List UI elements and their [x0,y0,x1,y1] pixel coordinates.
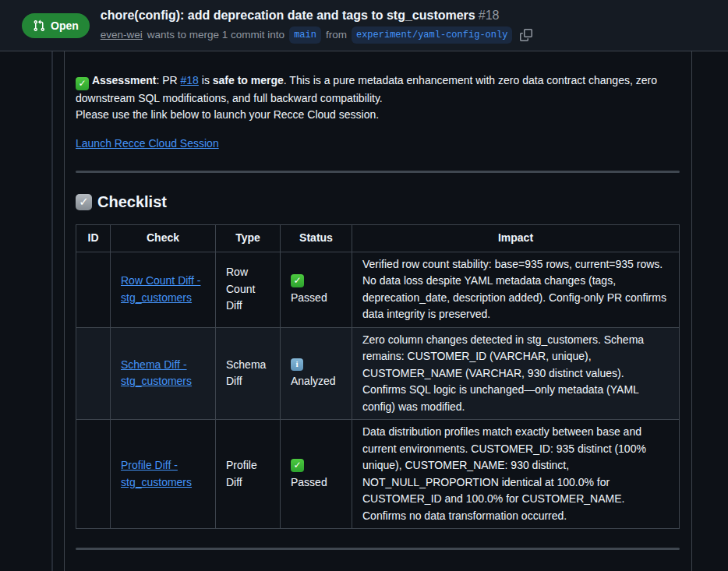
author-link[interactable]: even-wei [101,28,143,42]
divider [76,171,680,173]
safe-to-merge-bold: safe to merge [213,74,284,86]
base-branch-label[interactable]: main [289,26,321,44]
pr-number: #18 [479,9,500,22]
assessment-line2: Please use the link below to launch your… [76,108,379,121]
column-header-status: Status [281,225,352,252]
launch-recce-cloud-link[interactable]: Launch Recce Cloud Session [76,137,219,150]
check-mark-emoji-icon [76,77,89,90]
launch-link-paragraph: Launch Recce Cloud Session [76,136,680,152]
comment-body: Assessment: PR #18 is safe to merge. Thi… [65,52,691,571]
head-branch-label[interactable]: experiment/yaml-config-only [352,26,512,44]
divider [76,548,680,550]
id-cell [76,420,111,529]
id-cell [76,327,111,420]
checklist-heading-text: Checklist [97,192,167,212]
type-cell: Row Count Diff [216,252,281,327]
pr-title-text: chore(config): add deprecation date and … [101,9,475,22]
pr-state-label: Open [51,19,79,32]
assessment-text: is [199,74,213,86]
bot-comment-box: Assessment: PR #18 is safe to merge. Thi… [64,0,692,571]
impact-cell: Data distribution profiles match exactly… [352,420,680,529]
info-emoji-icon [291,358,303,371]
type-cell: Profile Diff [216,420,281,529]
assessment-label: Assessment [92,74,157,86]
assessment-paragraph: Assessment: PR #18 is safe to merge. Thi… [76,72,680,123]
pr-state-badge: Open [22,13,90,38]
type-cell: Schema Diff [216,327,281,420]
status-label: Passed [291,474,341,492]
table-row: Row Count Diff - stg_customers Row Count… [76,252,680,327]
pr-title: chore(config): add deprecation date and … [101,8,533,23]
assessment-text: : PR [156,74,180,86]
ballot-check-emoji-icon [76,194,92,210]
row-count-diff-link[interactable]: Row Count Diff - stg_customers [121,274,200,304]
status-cell: Passed [281,252,352,327]
check-emoji-icon [291,274,304,287]
impact-cell: Verified row count stability: base=935 r… [352,252,680,327]
timeline-line [51,51,53,571]
status-cell: Analyzed [281,327,352,420]
table-row: Schema Diff - stg_customers Schema Diff … [76,327,680,420]
impact-cell: Zero column changes detected in stg_cust… [352,327,680,420]
table-header-row: ID Check Type Status Impact [76,225,680,252]
git-pull-request-icon [33,19,45,32]
column-header-id: ID [76,225,111,252]
checklist-heading: Checklist [76,192,680,212]
pr-merge-summary: even-wei wants to merge 1 commit into ma… [101,26,533,44]
column-header-impact: Impact [352,225,680,252]
from-text: from [326,28,347,42]
status-label: Passed [291,290,341,307]
schema-diff-link[interactable]: Schema Diff - stg_customers [121,358,192,388]
column-header-type: Type [216,225,281,252]
checklist-table: ID Check Type Status Impact Row Count Di… [76,224,680,529]
profile-diff-link[interactable]: Profile Diff - stg_customers [121,459,192,488]
merge-text: wants to merge 1 commit into [147,28,284,42]
status-label: Analyzed [291,373,341,390]
column-header-check: Check [111,225,216,252]
pr-sticky-header: Open chore(config): add deprecation date… [0,0,728,51]
check-emoji-icon [291,459,304,472]
table-row: Profile Diff - stg_customers Profile Dif… [76,420,680,529]
status-cell: Passed [281,420,352,529]
copy-branch-button[interactable] [520,29,532,41]
pr-18-link[interactable]: #18 [181,74,199,86]
copy-icon [520,29,532,41]
id-cell [76,252,111,327]
